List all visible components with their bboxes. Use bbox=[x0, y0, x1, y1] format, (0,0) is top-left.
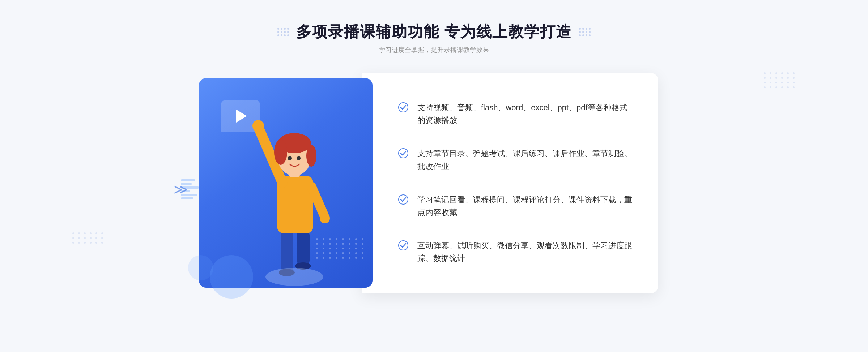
feature-text-1: 支持视频、音频、flash、word、excel、ppt、pdf等各种格式的资源… bbox=[417, 101, 633, 126]
svg-point-6 bbox=[252, 120, 264, 132]
svg-point-16 bbox=[265, 268, 323, 286]
feature-text-3: 学习笔记回看、课程提问、课程评论打分、课件资料下载，重点内容收藏 bbox=[417, 193, 633, 219]
svg-line-7 bbox=[311, 186, 324, 215]
svg-point-17 bbox=[399, 103, 408, 112]
person-illustration bbox=[248, 100, 342, 288]
feature-item-2: 支持章节目录、弹题考试、课后练习、课后作业、章节测验、批改作业 bbox=[398, 137, 633, 183]
check-icon-4 bbox=[398, 240, 409, 251]
bg-dots-left bbox=[72, 232, 104, 244]
page-title: 多项录播课辅助功能 专为线上教学打造 bbox=[296, 22, 572, 42]
svg-rect-0 bbox=[281, 230, 293, 273]
svg-point-15 bbox=[297, 156, 301, 160]
circle-decoration-2 bbox=[188, 255, 213, 280]
bg-dots-right bbox=[764, 72, 796, 88]
header-dots-right bbox=[579, 28, 591, 36]
chevron-left-icon: ≫ bbox=[174, 181, 188, 197]
svg-point-8 bbox=[320, 213, 330, 223]
check-icon-3 bbox=[398, 194, 409, 205]
feature-item-3: 学习笔记回看、课程提问、课程评论打分、课件资料下载，重点内容收藏 bbox=[398, 183, 633, 229]
feature-item-1: 支持视频、音频、flash、word、excel、ppt、pdf等各种格式的资源… bbox=[398, 91, 633, 137]
content-area: ≫ 支持视频、音频、flash、word、excel、ppt、pdf等各种格式的… bbox=[199, 73, 669, 293]
svg-point-18 bbox=[399, 149, 408, 158]
feature-item-4: 互动弹幕、试听购买、微信分享、观看次数限制、学习进度跟踪、数据统计 bbox=[398, 229, 633, 275]
feature-text-4: 互动弹幕、试听购买、微信分享、观看次数限制、学习进度跟踪、数据统计 bbox=[417, 239, 633, 265]
svg-point-19 bbox=[399, 195, 408, 204]
header-dots-left bbox=[277, 28, 289, 36]
page-container: 多项录播课辅助功能 专为线上教学打造 学习进度全掌握，提升录播课教学效果 bbox=[0, 0, 868, 352]
circle-decoration-1 bbox=[210, 255, 253, 299]
svg-point-14 bbox=[288, 156, 292, 160]
svg-point-20 bbox=[399, 241, 408, 250]
page-subtitle: 学习进度全掌握，提升录播课教学效果 bbox=[277, 46, 591, 54]
features-card: 支持视频、音频、flash、word、excel、ppt、pdf等各种格式的资源… bbox=[362, 73, 658, 293]
svg-point-13 bbox=[306, 145, 316, 167]
check-icon-1 bbox=[398, 102, 409, 113]
feature-text-2: 支持章节目录、弹题考试、课后练习、课后作业、章节测验、批改作业 bbox=[417, 147, 633, 172]
illustration-card: ≫ bbox=[199, 78, 373, 288]
play-triangle-icon bbox=[236, 110, 247, 123]
check-icon-2 bbox=[398, 148, 409, 159]
svg-point-12 bbox=[274, 139, 287, 165]
svg-rect-1 bbox=[297, 230, 310, 266]
page-header: 多项录播课辅助功能 专为线上教学打造 学习进度全掌握，提升录播课教学效果 bbox=[277, 22, 591, 54]
